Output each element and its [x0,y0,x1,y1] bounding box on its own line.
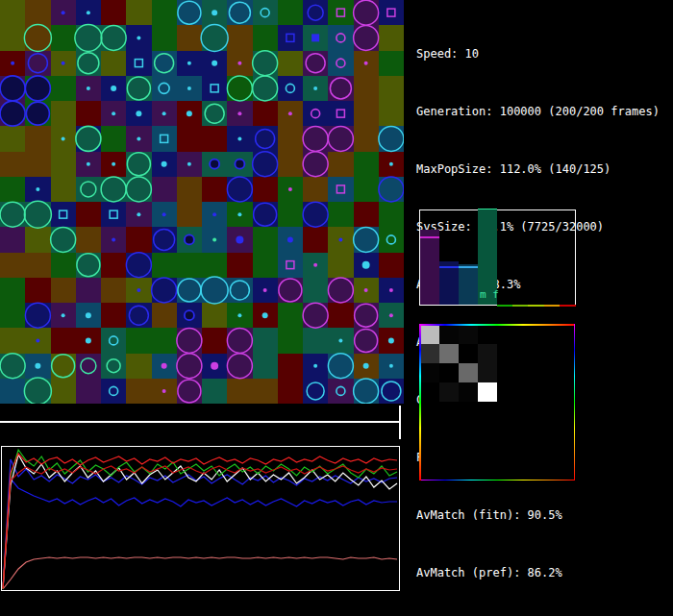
grid-cell [101,379,127,404]
grid-cell [126,328,152,354]
heatmap-cell [420,325,439,344]
grid-cell [51,253,77,279]
stat-maxpopsize: MaxPopSize: 112.0% (140/125) [416,160,671,179]
grid-marker [35,363,40,369]
heatmap-cell [420,459,439,479]
grid-cell [253,328,279,354]
grid-cell [0,177,26,203]
heatmap-cell [459,344,478,363]
grid-cell [354,76,380,102]
grid-cell [126,152,152,178]
grid-cell [202,177,228,203]
grid-marker [236,235,243,243]
heatmap-cell [478,325,497,344]
heatmap-cell [478,459,497,479]
bar [459,264,478,305]
grid-marker [162,363,167,369]
grid-cell [202,303,228,329]
grid-cell [76,253,102,279]
grid-cell [0,25,26,51]
grid-cell [253,227,279,253]
grid-cell [152,126,178,152]
grid-marker [137,288,140,292]
heatmap-cell [516,363,536,382]
heatmap-cell [459,421,478,440]
grid-cell [177,0,203,26]
grid-marker [162,389,166,393]
grid-cell [354,152,380,178]
heatmap-cell [420,402,439,421]
bar-label-mf: m f [480,288,499,301]
grid-cell [354,101,380,127]
series-red-upper [3,454,397,588]
grid-marker [137,36,140,39]
grid-cell [328,51,354,77]
heatmap-cell [420,363,439,382]
grid-marker [237,212,241,216]
heatmap-cell [439,459,459,479]
grid-marker [389,162,393,166]
heatmap-border-bottom [419,480,575,481]
grid-cell [0,253,26,279]
grid-marker [312,34,319,41]
grid-marker [36,187,39,191]
grid-cell [25,0,51,26]
grid-marker [162,161,167,167]
grid-marker [237,111,241,115]
heatmap-cell [439,402,459,421]
grid-cell [51,328,77,354]
grid-marker [62,11,65,14]
bar-marker-line [420,236,439,238]
grid-marker [389,288,393,292]
grid-cell [177,202,203,228]
grid-cell [253,177,279,203]
grid-cell [328,379,354,404]
heatmap-cell [555,402,574,421]
heatmap-cell [555,382,574,402]
gradient-axis-segment [512,305,529,307]
grid-marker [187,62,191,65]
grid-cell [379,101,404,127]
grid-cell [152,76,178,102]
heatmap-cell [536,421,555,440]
grid-cell [303,101,329,127]
series-green [3,450,397,589]
grid-cell [177,177,203,203]
grid-cell [202,126,228,152]
grid-marker [237,136,241,140]
grid-cell [177,278,203,304]
grid-cell [328,25,354,51]
grid-marker [87,11,90,14]
series-white [3,455,397,589]
grid-marker [364,288,368,292]
grid-marker [262,312,268,318]
grid-marker [237,313,241,317]
grid-cell [25,253,51,279]
grid-cell [126,76,152,102]
pairing-matrix-heatmap [419,324,575,480]
population-bar-chart: m f [418,207,578,309]
grid-marker [388,337,394,343]
grid-cell [253,101,279,127]
grid-marker [185,310,194,320]
heatmap-cell [555,440,574,459]
grid-cell [253,354,279,380]
heatmap-cell [439,344,459,363]
heatmap-cell [497,421,516,440]
simulation-grid[interactable] [0,0,404,404]
grid-marker [162,212,166,216]
grid-cell [177,126,203,152]
gradient-axis-segment [560,305,576,307]
grid-marker [287,236,293,242]
grid-cell [177,253,203,279]
grid-cell [202,76,228,102]
heatmap-cell [420,382,439,402]
grid-cell [379,25,404,51]
grid-cell [379,51,404,77]
history-timeseries-chart [0,445,402,592]
grid-cell [76,227,102,253]
grid-cell [328,177,354,203]
grid-marker [389,313,393,317]
grid-cell [278,0,304,26]
grid-cell [0,126,26,152]
